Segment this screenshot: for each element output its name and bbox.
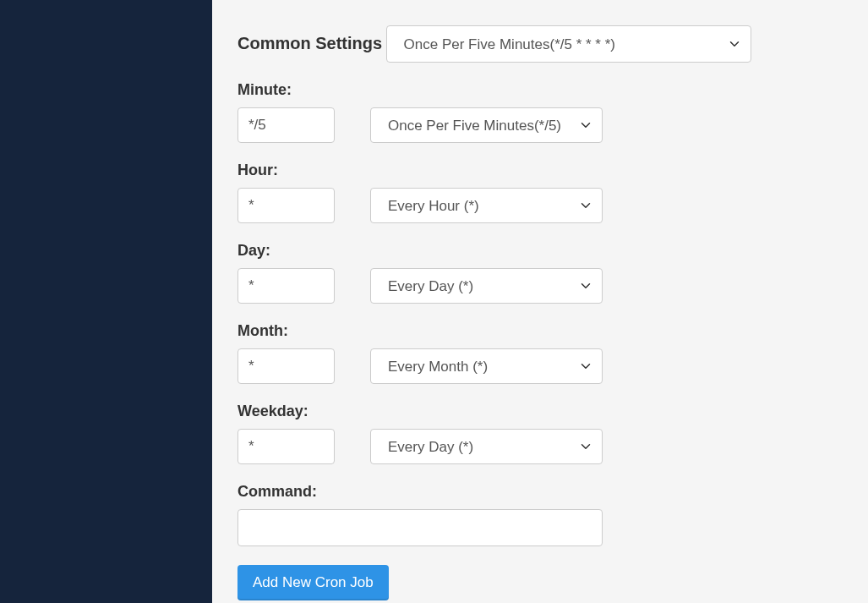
day-label: Day:	[237, 242, 843, 260]
month-row: Every Month (*)	[237, 348, 843, 384]
main-content: Common Settings Once Per Five Minutes(*/…	[212, 0, 868, 603]
hour-input[interactable]	[237, 188, 335, 223]
weekday-group: Weekday: Every Day (*)	[237, 403, 843, 464]
command-label: Command:	[237, 483, 843, 501]
day-preset-select[interactable]: Every Day (*)	[370, 268, 603, 304]
common-settings-label: Common Settings	[237, 34, 382, 52]
minute-group: Minute: Once Per Five Minutes(*/5)	[237, 81, 843, 143]
minute-preset-select[interactable]: Once Per Five Minutes(*/5)	[370, 107, 603, 143]
add-cron-job-button[interactable]: Add New Cron Job	[237, 565, 389, 600]
month-input[interactable]	[237, 348, 335, 384]
command-group: Command:	[237, 483, 843, 546]
day-group: Day: Every Day (*)	[237, 242, 843, 304]
day-input[interactable]	[237, 268, 335, 304]
month-preset-select[interactable]: Every Month (*)	[370, 348, 603, 384]
hour-preset-select[interactable]: Every Hour (*)	[370, 188, 603, 223]
month-label: Month:	[237, 322, 843, 340]
weekday-row: Every Day (*)	[237, 429, 843, 464]
month-group: Month: Every Month (*)	[237, 322, 843, 384]
sidebar	[0, 0, 212, 603]
minute-input[interactable]	[237, 107, 335, 143]
weekday-input[interactable]	[237, 429, 335, 464]
command-input[interactable]	[237, 509, 603, 546]
hour-row: Every Hour (*)	[237, 188, 843, 223]
common-settings-select[interactable]: Once Per Five Minutes(*/5 * * * *)	[386, 25, 751, 63]
weekday-label: Weekday:	[237, 403, 843, 420]
minute-row: Once Per Five Minutes(*/5)	[237, 107, 843, 143]
hour-group: Hour: Every Hour (*)	[237, 162, 843, 223]
hour-label: Hour:	[237, 162, 843, 179]
day-row: Every Day (*)	[237, 268, 843, 304]
common-settings-group: Common Settings Once Per Five Minutes(*/…	[237, 25, 843, 63]
minute-label: Minute:	[237, 81, 843, 99]
weekday-preset-select[interactable]: Every Day (*)	[370, 429, 603, 464]
